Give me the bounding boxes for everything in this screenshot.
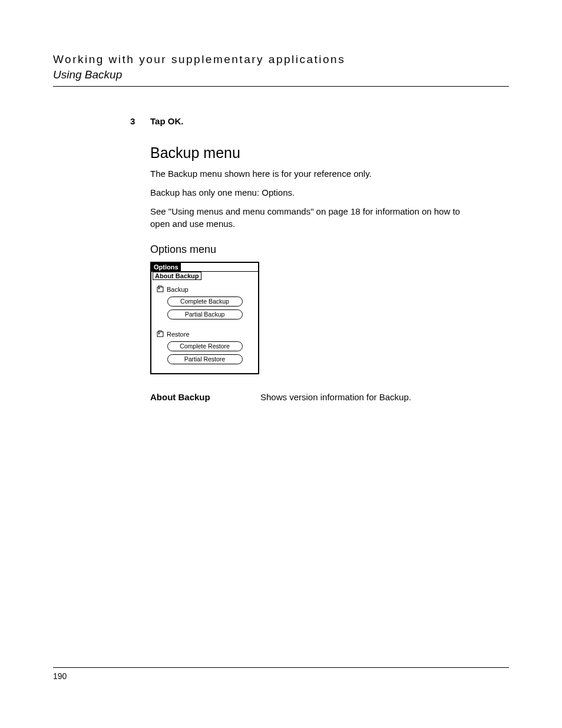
definition-row: About Backup Shows version information f… (150, 392, 509, 402)
svg-rect-0 (157, 287, 163, 292)
restore-icon (156, 330, 164, 337)
backup-icon (156, 285, 164, 292)
group-backup-label: Backup (167, 286, 256, 293)
paragraph: The Backup menu shown here is for your r… (150, 167, 480, 180)
header-rule (53, 86, 509, 87)
definition-term: About Backup (150, 392, 260, 402)
svg-rect-1 (157, 332, 163, 337)
complete-restore-button[interactable]: Complete Restore (167, 341, 243, 351)
partial-backup-button[interactable]: Partial Backup (167, 309, 243, 319)
group-backup-text: Backup (167, 286, 189, 293)
screenshot-submenu-bar: About Backup (151, 272, 258, 281)
screenshot-panel: Options About Backup Backup Complete Bac… (150, 262, 259, 374)
content-column: 3 Tap OK. Backup menu The Backup menu sh… (150, 116, 509, 402)
page-number: 190 (53, 671, 67, 681)
subsection-heading: Options menu (150, 243, 509, 256)
menu-options[interactable]: Options (151, 263, 181, 271)
group-restore-text: Restore (167, 331, 190, 338)
screenshot-menubar: Options (151, 263, 258, 272)
partial-restore-button[interactable]: Partial Restore (167, 354, 243, 364)
page-header: Working with your supplementary applicat… (53, 53, 509, 81)
paragraph: Backup has only one menu: Options. (150, 186, 480, 199)
complete-backup-button[interactable]: Complete Backup (167, 297, 243, 307)
screenshot-body: Backup Complete Backup Partial Backup Re… (151, 281, 258, 373)
definition-description: Shows version information for Backup. (260, 392, 509, 402)
section-heading: Backup menu (150, 144, 509, 162)
step-text: Tap OK. (150, 116, 183, 126)
menu-about-backup[interactable]: About Backup (153, 272, 201, 280)
footer-rule (53, 667, 509, 668)
step-row: 3 Tap OK. (150, 116, 509, 127)
page: Working with your supplementary applicat… (0, 0, 562, 728)
step-number: 3 (130, 116, 135, 126)
chapter-title: Working with your supplementary applicat… (53, 53, 509, 66)
paragraph: See "Using menus and menu commands" on p… (150, 205, 480, 231)
section-title-italic: Using Backup (53, 68, 509, 81)
spacer (154, 322, 256, 331)
group-restore-label: Restore (167, 331, 256, 338)
